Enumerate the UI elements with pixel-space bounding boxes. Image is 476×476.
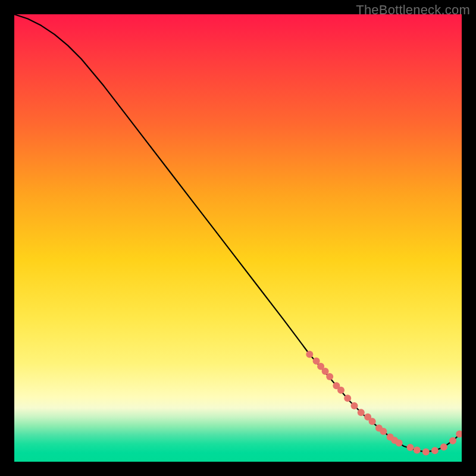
data-point [337, 387, 345, 394]
chart-overlay [14, 14, 462, 462]
data-point [440, 443, 447, 450]
data-points [306, 351, 462, 456]
data-point [369, 418, 376, 425]
data-point [344, 394, 351, 402]
data-point [380, 428, 387, 435]
data-point [306, 351, 313, 358]
bottleneck-curve [14, 14, 462, 452]
data-point [431, 447, 439, 454]
data-point [396, 439, 403, 446]
data-point [422, 449, 430, 456]
data-point [407, 444, 414, 451]
chart-frame: TheBottleneck.com [0, 0, 476, 476]
data-point [449, 437, 456, 444]
data-point [351, 402, 358, 409]
watermark-label: TheBottleneck.com [356, 2, 470, 18]
data-point [358, 409, 365, 416]
data-point [414, 446, 421, 453]
data-point [326, 373, 333, 380]
